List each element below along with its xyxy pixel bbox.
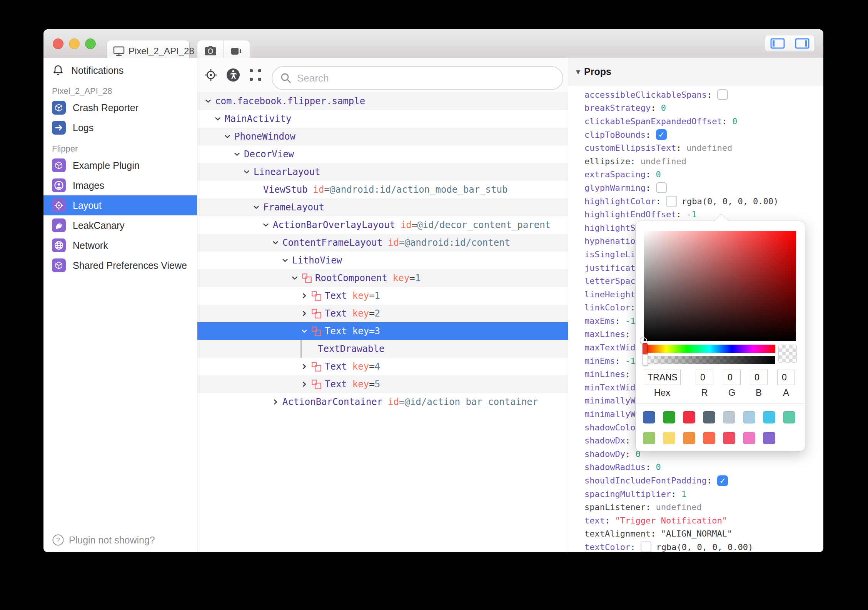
preset-color-swatch[interactable]: [723, 411, 735, 423]
prop-row-accessibleclickablespans[interactable]: accessibleClickableSpans:: [584, 88, 823, 102]
chevron-down-icon[interactable]: [243, 168, 250, 176]
preset-color-swatch[interactable]: [683, 411, 695, 423]
blue-input[interactable]: 0: [750, 370, 768, 385]
preset-color-swatch[interactable]: [663, 432, 675, 444]
toggle-left-panel-button[interactable]: [765, 35, 790, 52]
toggle-right-panel-button[interactable]: [790, 35, 815, 52]
checkbox-checked-icon[interactable]: ✓: [717, 475, 728, 486]
prop-row-breakstrategy[interactable]: breakStrategy: 0: [584, 102, 823, 115]
preset-color-swatch[interactable]: [683, 432, 695, 444]
tree-node-text-key-3[interactable]: Textkey=3: [197, 322, 568, 340]
accessibility-mode-button[interactable]: [226, 68, 240, 82]
sidebar-item-images[interactable]: Images: [43, 175, 197, 195]
green-input[interactable]: 0: [723, 370, 741, 385]
chevron-down-icon[interactable]: [214, 115, 222, 123]
checkbox-unchecked-icon[interactable]: [717, 89, 728, 100]
props-header[interactable]: ▾ Props: [568, 58, 823, 86]
prop-row-textalignment[interactable]: textAlignment: "ALIGN_NORMAL": [584, 527, 823, 541]
preset-color-swatch[interactable]: [643, 411, 655, 423]
sidebar-item-crash-reporter[interactable]: Crash Reporter: [43, 98, 197, 118]
chevron-down-icon[interactable]: [224, 133, 231, 140]
prop-row-shouldincludefontpadding[interactable]: shouldIncludeFontPadding:✓: [584, 474, 823, 487]
sidebar-item-shared-preferences-viewe[interactable]: Shared Preferences Viewe: [43, 255, 197, 275]
preset-color-swatch[interactable]: [703, 411, 715, 423]
preset-color-swatch[interactable]: [663, 411, 675, 423]
alpha-input[interactable]: 0: [777, 370, 795, 385]
sidebar-item-leakcanary[interactable]: LeakCanary: [43, 215, 197, 235]
chevron-right-icon[interactable]: [300, 310, 308, 317]
checkbox-unchecked-icon[interactable]: [656, 182, 667, 193]
tree-node-text-key-5[interactable]: Textkey=5: [197, 375, 568, 393]
tree-node-framelayout[interactable]: FrameLayout: [197, 198, 568, 216]
plugin-help-link[interactable]: ? Plugin not showing?: [52, 534, 155, 546]
chevron-down-icon[interactable]: [300, 327, 308, 335]
close-window-button[interactable]: [53, 38, 63, 49]
tree-node-phonewindow[interactable]: PhoneWindow: [197, 128, 568, 145]
sidebar-item-logs[interactable]: Logs: [43, 118, 197, 138]
minimize-window-button[interactable]: [69, 38, 80, 49]
prop-row-spanlistener[interactable]: spanListener: undefined: [584, 500, 823, 514]
hue-slider[interactable]: [644, 345, 775, 353]
color-swatch-icon[interactable]: [641, 542, 651, 552]
tree-node-contentframelayout[interactable]: ContentFrameLayoutid=@android:id/content: [197, 234, 568, 252]
hex-input[interactable]: TRANS: [644, 370, 681, 385]
preset-color-swatch[interactable]: [763, 411, 775, 423]
tree-node-textdrawable[interactable]: TextDrawable: [197, 340, 568, 358]
tree-node-rootcomponent-key-1[interactable]: RootComponentkey=1: [197, 269, 568, 287]
tree-node-text-key-4[interactable]: Textkey=4: [197, 358, 568, 375]
prop-row-customellipsistext[interactable]: customEllipsisText: undefined: [584, 141, 823, 155]
prop-row-textcolor[interactable]: textColor:rgba(0, 0, 0, 0.00): [584, 540, 823, 552]
hue-slider-handle[interactable]: [643, 343, 648, 355]
tree-node-text-key-1[interactable]: Textkey=1: [197, 287, 568, 305]
chevron-down-icon[interactable]: [262, 221, 270, 229]
chevron-down-icon[interactable]: [281, 257, 289, 264]
color-swatch-icon[interactable]: [666, 196, 677, 207]
prop-row-highlightendoffset[interactable]: highlightEndOffset: -1: [584, 208, 823, 221]
preset-color-swatch[interactable]: [763, 432, 775, 444]
chevron-down-icon[interactable]: [272, 239, 279, 247]
prop-row-shadowradius[interactable]: shadowRadius: 0: [584, 461, 823, 474]
preset-color-swatch[interactable]: [783, 411, 795, 423]
prop-row-glyphwarming[interactable]: glyphWarming:: [584, 181, 823, 195]
preset-color-swatch[interactable]: [743, 411, 755, 423]
sidebar-item-example-plugin[interactable]: Example Plugin: [43, 155, 197, 175]
tree-node-decorview[interactable]: DecorView: [197, 145, 568, 163]
chevron-down-icon[interactable]: [233, 150, 241, 158]
chevron-right-icon[interactable]: [300, 363, 308, 370]
tree-node-viewstub[interactable]: ViewStubid=@android:id/action_mode_bar_s…: [197, 181, 568, 198]
saturation-gradient[interactable]: [644, 231, 796, 341]
target-mode-button[interactable]: [204, 68, 218, 82]
chevron-right-icon[interactable]: [300, 292, 308, 300]
sidebar-item-layout[interactable]: Layout: [43, 195, 197, 215]
sidebar-item-notifications[interactable]: Notifications: [43, 61, 197, 80]
prop-row-extraspacing[interactable]: extraSpacing: 0: [584, 168, 823, 182]
alpha-slider[interactable]: [644, 356, 775, 364]
prop-row-ellipsize[interactable]: ellipsize: undefined: [584, 155, 823, 168]
prop-row-clickablespanexpandedoffset[interactable]: clickableSpanExpandedOffset: 0: [584, 115, 823, 128]
tree-node-linearlayout[interactable]: LinearLayout: [197, 163, 568, 181]
select-element-button[interactable]: [248, 68, 263, 82]
preset-color-swatch[interactable]: [703, 432, 715, 444]
chevron-right-icon[interactable]: [272, 398, 279, 406]
sidebar-item-network[interactable]: Network: [43, 235, 197, 255]
search-input[interactable]: [296, 72, 555, 85]
chevron-down-icon[interactable]: [291, 274, 299, 282]
chevron-down-icon[interactable]: [252, 203, 260, 211]
prop-row-cliptobounds[interactable]: clipToBounds:✓: [584, 128, 823, 142]
preset-color-swatch[interactable]: [743, 432, 755, 444]
tree-node-text-key-2[interactable]: Textkey=2: [197, 305, 568, 322]
tree-node-actionbaroverlaylayout[interactable]: ActionBarOverlayLayoutid=@id/decor_conte…: [197, 216, 568, 234]
checkbox-checked-icon[interactable]: ✓: [656, 129, 667, 140]
tree-node-lithoview[interactable]: LithoView: [197, 252, 568, 269]
tree-node-actionbarcontainer[interactable]: ActionBarContainerid=@id/action_bar_cont…: [197, 393, 568, 411]
prop-row-text[interactable]: text: "Trigger Notification": [584, 514, 823, 527]
prop-row-highlightcolor[interactable]: highlightColor:rgba(0, 0, 0, 0.00): [584, 195, 823, 208]
zoom-window-button[interactable]: [85, 38, 96, 49]
tree-node-com-facebook-flipper-sample[interactable]: com.facebook.flipper.sample: [197, 92, 568, 110]
prop-row-spacingmultiplier[interactable]: spacingMultiplier: 1: [584, 487, 823, 501]
chevron-right-icon[interactable]: [300, 380, 308, 388]
preset-color-swatch[interactable]: [643, 432, 655, 444]
chevron-down-icon[interactable]: [204, 97, 212, 105]
preset-color-swatch[interactable]: [723, 432, 735, 444]
red-input[interactable]: 0: [696, 370, 713, 385]
